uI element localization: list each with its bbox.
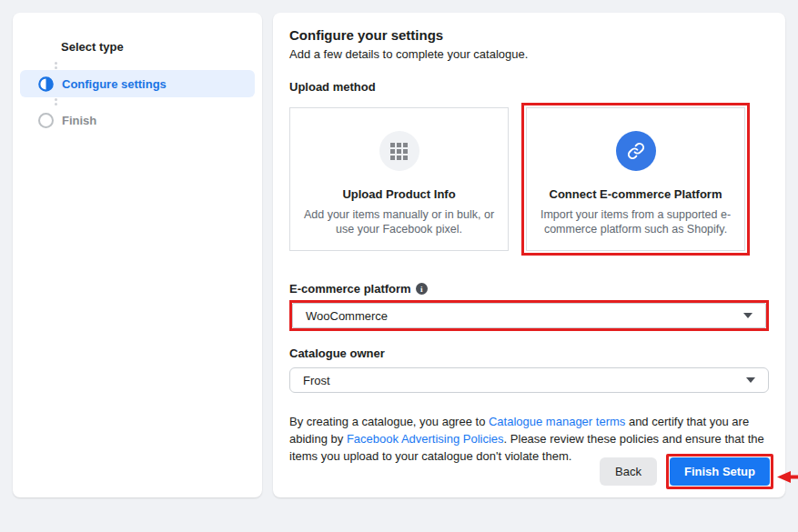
footer-buttons: Back Finish Setup	[600, 454, 773, 489]
info-icon[interactable]: i	[416, 283, 428, 295]
step-connector	[13, 97, 262, 106]
page-subtitle: Add a few details to complete your catal…	[289, 47, 769, 61]
page-title: Configure your settings	[289, 27, 769, 43]
method-card-title: Connect E-commerce Platform	[550, 187, 722, 201]
upload-product-info-card[interactable]: Upload Product Info Add your items manua…	[289, 107, 509, 251]
link-icon	[616, 131, 656, 171]
catalogue-owner-value: Frost	[303, 374, 330, 387]
catalogue-owner-select[interactable]: Frost	[289, 367, 769, 393]
catalogue-manager-terms-link[interactable]: Catalogue manager terms	[489, 415, 625, 428]
configure-settings-panel: Configure your settings Add a few detail…	[273, 13, 785, 497]
ecommerce-platform-label: E-commerce platform i	[289, 282, 769, 296]
upload-method-label: Upload method	[289, 80, 769, 94]
step-finish-label: Finish	[62, 114, 96, 127]
chevron-down-icon	[743, 313, 753, 318]
ecommerce-platform-select[interactable]: WooCommerce	[292, 303, 766, 328]
method-card-title: Upload Product Info	[342, 187, 455, 201]
method-card-description: Add your items manually or in bulk, or u…	[303, 207, 496, 237]
ecommerce-platform-value: WooCommerce	[306, 309, 388, 323]
step-configure-settings[interactable]: Configure settings	[20, 70, 255, 97]
annotation-box-platform-select: WooCommerce	[289, 300, 769, 331]
setup-steps-panel: Select type Configure settings Finish	[13, 13, 262, 497]
red-arrow-annotation	[777, 470, 798, 484]
ecommerce-platform-label-text: E-commerce platform	[289, 282, 411, 296]
step-finish: Finish	[13, 106, 262, 134]
step-select-type[interactable]: Select type	[13, 36, 262, 56]
method-card-description: Import your items from a supported e-com…	[540, 207, 732, 237]
connect-ecommerce-card[interactable]: Connect E-commerce Platform Import your …	[526, 107, 745, 251]
annotation-box-connect-card: Connect E-commerce Platform Import your …	[521, 103, 750, 256]
upload-method-options: Upload Product Info Add your items manua…	[289, 103, 769, 256]
grid-icon	[379, 131, 419, 171]
catalogue-owner-label: Catalogue owner	[289, 346, 769, 360]
legal-text-segment: By creating a catalogue, you agree to	[289, 415, 489, 428]
back-button[interactable]: Back	[600, 457, 657, 486]
catalogue-owner-label-text: Catalogue owner	[289, 346, 385, 360]
half-filled-circle-icon	[38, 76, 54, 92]
step-select-type-label: Select type	[61, 40, 124, 54]
step-configure-settings-label: Configure settings	[62, 77, 167, 91]
finish-setup-button[interactable]: Finish Setup	[670, 457, 770, 486]
chevron-down-icon	[746, 377, 755, 383]
empty-circle-icon	[38, 113, 54, 128]
facebook-advertising-policies-link[interactable]: Facebook Advertising Policies	[347, 432, 504, 446]
step-connector	[13, 61, 262, 70]
annotation-box-finish-button: Finish Setup	[666, 454, 773, 489]
